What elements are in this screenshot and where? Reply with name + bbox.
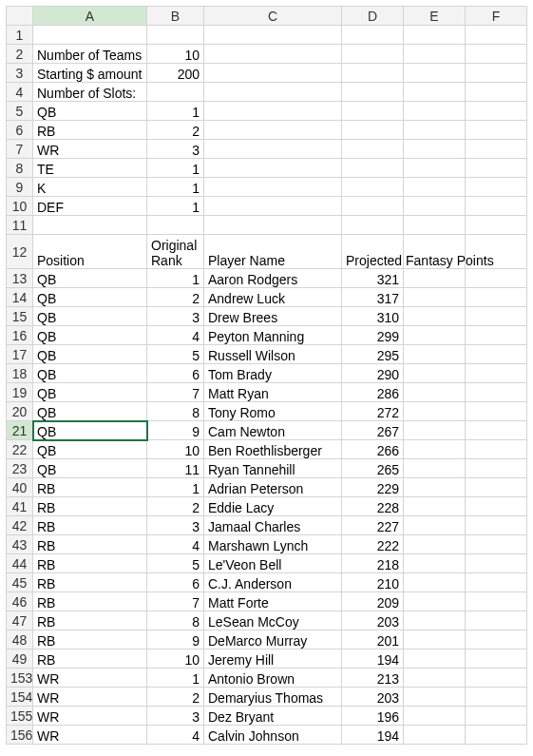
column-header-E[interactable]: E — [404, 7, 466, 26]
cell-F1[interactable] — [466, 26, 527, 45]
row-header[interactable]: 43 — [7, 535, 33, 554]
row-header[interactable]: 10 — [7, 197, 33, 216]
cell-F19[interactable] — [466, 383, 527, 402]
cell-D45[interactable]: 210 — [342, 573, 404, 592]
cell-B13[interactable]: 1 — [147, 269, 204, 288]
cell-B1[interactable] — [147, 26, 204, 45]
row-header[interactable]: 18 — [7, 364, 33, 383]
cell-F41[interactable] — [466, 497, 527, 516]
cell-F4[interactable] — [466, 83, 527, 102]
cell-F153[interactable] — [466, 669, 527, 688]
cell-A17[interactable]: QB — [33, 345, 147, 364]
cell-A8[interactable]: TE — [33, 159, 147, 178]
row-header[interactable]: 17 — [7, 345, 33, 364]
cell-C10[interactable] — [204, 197, 342, 216]
row-header[interactable]: 13 — [7, 269, 33, 288]
cell-E11[interactable] — [404, 216, 466, 235]
cell-B12[interactable]: Original Rank — [147, 235, 204, 269]
cell-E43[interactable] — [404, 535, 466, 554]
cell-A20[interactable]: QB — [33, 402, 147, 421]
cell-A6[interactable]: RB — [33, 121, 147, 140]
row-header[interactable]: 12 — [7, 235, 33, 269]
cell-B42[interactable]: 3 — [147, 516, 204, 535]
cell-C154[interactable]: Demaryius Thomas — [204, 688, 342, 707]
cell-F11[interactable] — [466, 216, 527, 235]
cell-D19[interactable]: 286 — [342, 383, 404, 402]
row-header[interactable]: 20 — [7, 402, 33, 421]
cell-C22[interactable]: Ben Roethlisberger — [204, 440, 342, 459]
cell-D2[interactable] — [342, 45, 404, 64]
row-header[interactable]: 5 — [7, 102, 33, 121]
cell-A44[interactable]: RB — [33, 554, 147, 573]
row-header[interactable]: 47 — [7, 611, 33, 630]
cell-B22[interactable]: 10 — [147, 440, 204, 459]
cell-A16[interactable]: QB — [33, 326, 147, 345]
cell-F7[interactable] — [466, 140, 527, 159]
cell-F20[interactable] — [466, 402, 527, 421]
cell-C1[interactable] — [204, 26, 342, 45]
cell-A41[interactable]: RB — [33, 497, 147, 516]
row-header[interactable]: 9 — [7, 178, 33, 197]
cell-C13[interactable]: Aaron Rodgers — [204, 269, 342, 288]
cell-B40[interactable]: 1 — [147, 478, 204, 497]
cell-E48[interactable] — [404, 630, 466, 649]
cell-C20[interactable]: Tony Romo — [204, 402, 342, 421]
cell-C43[interactable]: Marshawn Lynch — [204, 535, 342, 554]
row-header[interactable]: 3 — [7, 64, 33, 83]
row-header[interactable]: 45 — [7, 573, 33, 592]
cell-F6[interactable] — [466, 121, 527, 140]
row-header[interactable]: 6 — [7, 121, 33, 140]
cell-B2[interactable]: 10 — [147, 45, 204, 64]
cell-F8[interactable] — [466, 159, 527, 178]
cell-C14[interactable]: Andrew Luck — [204, 288, 342, 307]
row-header[interactable]: 16 — [7, 326, 33, 345]
cell-F155[interactable] — [466, 707, 527, 726]
cell-C9[interactable] — [204, 178, 342, 197]
cell-C156[interactable]: Calvin Johnson — [204, 726, 342, 745]
cell-D11[interactable] — [342, 216, 404, 235]
cell-E42[interactable] — [404, 516, 466, 535]
cell-F44[interactable] — [466, 554, 527, 573]
row-header[interactable]: 155 — [7, 707, 33, 726]
cell-A12[interactable]: Position — [33, 235, 147, 269]
row-header[interactable]: 2 — [7, 45, 33, 64]
cell-B7[interactable]: 3 — [147, 140, 204, 159]
cell-A5[interactable]: QB — [33, 102, 147, 121]
row-header[interactable]: 40 — [7, 478, 33, 497]
cell-D23[interactable]: 265 — [342, 459, 404, 478]
cell-C153[interactable]: Antonio Brown — [204, 669, 342, 688]
cell-D44[interactable]: 218 — [342, 554, 404, 573]
cell-E44[interactable] — [404, 554, 466, 573]
cell-E49[interactable] — [404, 649, 466, 669]
cell-E10[interactable] — [404, 197, 466, 216]
cell-A10[interactable]: DEF — [33, 197, 147, 216]
cell-F15[interactable] — [466, 307, 527, 326]
cell-B48[interactable]: 9 — [147, 630, 204, 649]
cell-C47[interactable]: LeSean McCoy — [204, 611, 342, 630]
cell-B46[interactable]: 7 — [147, 592, 204, 611]
row-header[interactable]: 156 — [7, 726, 33, 745]
cell-E9[interactable] — [404, 178, 466, 197]
cell-F43[interactable] — [466, 535, 527, 554]
cell-B44[interactable]: 5 — [147, 554, 204, 573]
cell-B21[interactable]: 9 — [147, 421, 204, 440]
cell-B153[interactable]: 1 — [147, 669, 204, 688]
cell-E21[interactable] — [404, 421, 466, 440]
row-header[interactable]: 22 — [7, 440, 33, 459]
cell-E16[interactable] — [404, 326, 466, 345]
cell-D43[interactable]: 222 — [342, 535, 404, 554]
cell-B9[interactable]: 1 — [147, 178, 204, 197]
cell-C21[interactable]: Cam Newton — [204, 421, 342, 440]
cell-B23[interactable]: 11 — [147, 459, 204, 478]
cell-A18[interactable]: QB — [33, 364, 147, 383]
cell-D41[interactable]: 228 — [342, 497, 404, 516]
cell-F154[interactable] — [466, 688, 527, 707]
cell-D10[interactable] — [342, 197, 404, 216]
cell-D12[interactable]: Projected Fantasy Points — [342, 235, 404, 269]
cell-C15[interactable]: Drew Brees — [204, 307, 342, 326]
row-header[interactable]: 42 — [7, 516, 33, 535]
cell-B16[interactable]: 4 — [147, 326, 204, 345]
cell-B20[interactable]: 8 — [147, 402, 204, 421]
cell-E156[interactable] — [404, 726, 466, 745]
cell-D8[interactable] — [342, 159, 404, 178]
